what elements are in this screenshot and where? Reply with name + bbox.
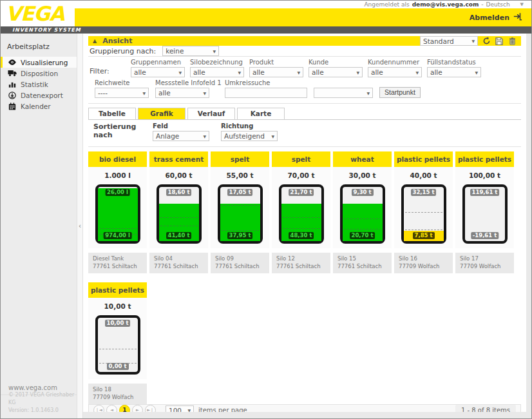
card-body: 55,00 t17,05 t37,95 t	[211, 167, 269, 248]
gruppierung-select[interactable]: keine▼	[162, 46, 219, 56]
app-subtitle-bar: INVENTORY SYSTEM	[1, 26, 531, 34]
tank-visual[interactable]: 32,15 t7,85 t	[401, 184, 446, 244]
sidebar-item-label: Disposition	[21, 70, 58, 77]
empty-space-badge: 17,05 t	[227, 189, 253, 196]
items-per-page-label: items per page	[198, 407, 247, 412]
product-name[interactable]: wheat	[333, 151, 392, 167]
reset-icon[interactable]	[482, 37, 491, 46]
silo-footer: Silo 0477761 Schiltach	[149, 253, 208, 273]
website-link[interactable]: www.vega.com	[8, 384, 57, 391]
feld-select[interactable]: Anlage▼	[153, 131, 209, 141]
fill-level-badge: 37,95 t	[227, 232, 253, 239]
empty-space-badge: 21,70 t	[289, 189, 314, 196]
tank-visual[interactable]: 10,00 t0,00 t	[95, 315, 140, 375]
sidebar-item-visualisierung[interactable]: Visualisierung	[1, 57, 77, 68]
silo-location: 77709 Wolfach	[93, 394, 142, 402]
tab-grafik[interactable]: Grafik	[138, 108, 185, 119]
first-page-button[interactable]: ❘◄	[93, 405, 104, 412]
tank-visual[interactable]: 26,00 l974,00 l	[95, 184, 140, 244]
filter-select[interactable]: alle▼	[368, 67, 422, 77]
feld-label: Feld	[153, 122, 209, 131]
startpunkt-button[interactable]: Startpunkt	[379, 87, 421, 98]
tab-karte[interactable]: Karte	[237, 108, 285, 119]
filter-select[interactable]: alle▼	[190, 67, 244, 77]
sidebar-item-datenexport[interactable]: Datenexport	[1, 90, 77, 101]
radius-select[interactable]: ▼	[314, 88, 373, 98]
top-header: VEGA Angemeldet als demo@vis.vega.com - …	[1, 1, 531, 26]
threshold-line	[405, 212, 442, 213]
version-text: Version: 1.0.1463.0	[8, 407, 77, 414]
select-arrow-icon: ▼	[238, 70, 241, 75]
download-icon	[7, 91, 17, 99]
tab-verlauf[interactable]: Verlauf	[187, 108, 235, 119]
tank-visual[interactable]: 18,60 t41,40 t	[157, 184, 202, 244]
silo-location: 77761 Schiltach	[276, 263, 326, 271]
filter-column: Gruppennamenalle▼	[131, 59, 187, 77]
tank-visual[interactable]: 119,61 t-19,61 t	[462, 184, 508, 244]
threshold-line	[160, 217, 198, 218]
richtung-select[interactable]: Aufsteigend▼	[221, 131, 278, 141]
sidebar-item-disposition[interactable]: Disposition	[1, 68, 77, 79]
logout-icon	[513, 12, 522, 23]
next-page-button[interactable]: ►	[132, 405, 143, 412]
reichweite-select[interactable]: ----▼	[95, 88, 149, 98]
silo-footer: Silo 0977761 Schiltach	[211, 253, 269, 273]
sidebar-item-label: Visualisierung	[21, 59, 68, 66]
collapse-chevron-icon[interactable]: ‹	[79, 222, 81, 230]
sidebar-item-kalender[interactable]: Kalender	[1, 101, 77, 112]
filter-select[interactable]: alle▼	[427, 67, 481, 77]
fill-level-badge: 0,00 t	[107, 363, 129, 370]
trash-icon[interactable]	[508, 37, 517, 46]
product-name[interactable]: trass cement	[149, 151, 208, 167]
silo-location: 77761 Schiltach	[93, 263, 142, 271]
silo-card: plastic pellets100,00 t119,61 t-19,61 tS…	[455, 151, 514, 273]
umkreissuche-input[interactable]	[225, 88, 307, 98]
card-body: 60,00 t18,60 t41,40 t	[149, 167, 208, 248]
threshold-line	[222, 205, 259, 206]
collapse-triangle-icon[interactable]: ▲	[93, 38, 97, 44]
empty-space-badge: 9,30 t	[352, 189, 374, 196]
filter-select[interactable]: alle▼	[309, 67, 363, 77]
sidebar-item-label: Statistik	[21, 81, 48, 88]
preset-select[interactable]: Standard▼	[420, 36, 478, 46]
separator: -	[481, 1, 483, 8]
filter-select[interactable]: alle▼	[249, 67, 303, 77]
product-name[interactable]: spelt	[211, 151, 269, 167]
silo-name: Silo 12	[276, 255, 326, 263]
last-page-button[interactable]: ►❘	[145, 405, 156, 412]
filter-column-label: Kunde	[309, 59, 365, 67]
prev-page-button[interactable]: ◄	[106, 405, 117, 412]
tab-tabelle[interactable]: Tabelle	[88, 108, 136, 119]
save-icon[interactable]	[495, 37, 504, 46]
capacity-value: 100,00 t	[455, 167, 514, 184]
select-arrow-icon: ▼	[271, 134, 274, 139]
sidebar-item-statistik[interactable]: Statistik	[1, 79, 77, 90]
language-selector[interactable]: Deutsch	[486, 1, 510, 8]
tank-visual[interactable]: 17,05 t37,95 t	[218, 184, 263, 244]
filter-block: Filter: Gruppennamenalle▼Silobezeichnung…	[88, 57, 521, 104]
select-arrow-icon: ▼	[297, 70, 300, 75]
tab-strip: TabelleGrafikVerlaufKarte	[88, 108, 521, 120]
current-page-button[interactable]: 1	[119, 405, 130, 412]
filter-select[interactable]: alle▼	[131, 67, 185, 77]
chevron-down-icon[interactable]: ▼	[520, 2, 524, 7]
filter-column-label: Kundennummer	[368, 59, 424, 67]
capacity-value: 55,00 t	[211, 167, 269, 184]
page-size-select[interactable]: 100▼	[166, 405, 194, 413]
silo-card: bio diesel1.000 l26,00 l974,00 lDiesel T…	[88, 151, 147, 273]
copyright-text: © 2017 VEGA Grieshaber KG	[8, 391, 77, 407]
product-name[interactable]: spelt	[272, 151, 330, 167]
truck-icon	[7, 69, 17, 77]
tank-visual[interactable]: 21,70 t48,30 t	[279, 184, 324, 244]
product-name[interactable]: bio diesel	[88, 151, 147, 167]
sidebar-item-label: Datenexport	[21, 92, 63, 99]
capacity-value: 40,00 t	[394, 167, 453, 184]
messstelle-select[interactable]: alle▼	[155, 88, 209, 98]
logout-button[interactable]: Abmelden	[470, 12, 522, 23]
product-name[interactable]: plastic pellets	[455, 151, 514, 167]
filter-column: Füllstandstatusalle▼	[427, 59, 484, 77]
capacity-value: 1.000 l	[88, 167, 147, 184]
product-name[interactable]: plastic pellets	[394, 151, 453, 167]
product-name[interactable]: plastic pellets	[88, 282, 147, 298]
tank-visual[interactable]: 9,30 t20,70 t	[340, 184, 385, 244]
